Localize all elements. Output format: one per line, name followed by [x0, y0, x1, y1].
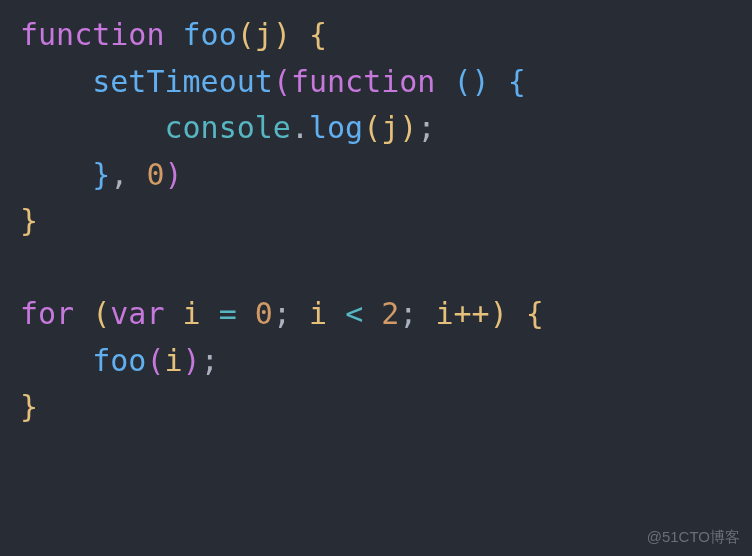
arg-i: i — [165, 343, 183, 378]
watermark: @51CTO博客 — [647, 525, 740, 548]
line-8: foo(i); — [20, 343, 219, 378]
line-9: } — [20, 389, 38, 424]
num-two: 2 — [381, 296, 399, 331]
code-block: function foo(j) { setTimeout(function ()… — [0, 0, 752, 443]
param-j: j — [255, 17, 273, 52]
line-7: for (var i = 0; i < 2; i++) { — [20, 296, 544, 331]
function-name-foo: foo — [183, 17, 237, 52]
line-5: } — [20, 203, 38, 238]
keyword-function: function — [20, 17, 165, 52]
line-4: }, 0) — [20, 157, 183, 192]
console-obj: console — [165, 110, 291, 145]
delay-num: 0 — [146, 157, 164, 192]
keyword-for: for — [20, 296, 74, 331]
keyword-function-inner: function — [291, 64, 436, 99]
log-fn: log — [309, 110, 363, 145]
for-brace-close: } — [20, 389, 38, 424]
var-i: i — [183, 296, 201, 331]
line-1: function foo(j) { — [20, 17, 327, 52]
increment: i++ — [435, 296, 489, 331]
call-foo: foo — [92, 343, 146, 378]
settimeout: setTimeout — [92, 64, 273, 99]
brace-close-inner: } — [92, 157, 110, 192]
line-3: console.log(j); — [20, 110, 435, 145]
num-zero: 0 — [255, 296, 273, 331]
arg-j: j — [381, 110, 399, 145]
for-brace-open: { — [526, 296, 544, 331]
brace-close: } — [20, 203, 38, 238]
brace-open-inner: { — [508, 64, 526, 99]
brace-open: { — [309, 17, 327, 52]
line-6 — [20, 250, 38, 285]
line-2: setTimeout(function () { — [20, 64, 526, 99]
keyword-var: var — [110, 296, 164, 331]
